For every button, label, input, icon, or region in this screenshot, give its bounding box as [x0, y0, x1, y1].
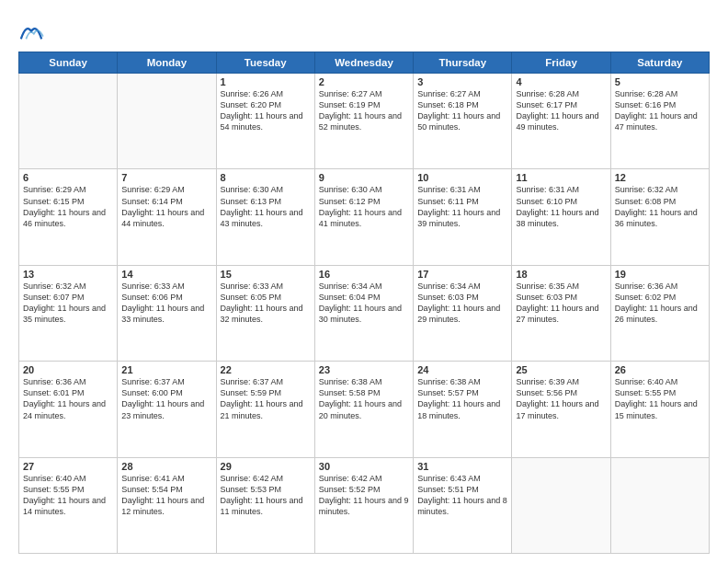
calendar-cell: 4Sunrise: 6:28 AMSunset: 6:17 PMDaylight… — [512, 74, 610, 169]
calendar-week-1: 1Sunrise: 6:26 AMSunset: 6:20 PMDaylight… — [19, 74, 710, 169]
calendar-cell: 16Sunrise: 6:34 AMSunset: 6:04 PMDayligh… — [314, 265, 413, 361]
calendar-cell: 14Sunrise: 6:33 AMSunset: 6:06 PMDayligh… — [118, 265, 216, 361]
day-number: 20 — [23, 364, 113, 375]
day-number: 28 — [121, 461, 211, 472]
cell-content: Sunrise: 6:34 AMSunset: 6:03 PMDaylight:… — [417, 281, 507, 326]
calendar-cell: 19Sunrise: 6:36 AMSunset: 6:02 PMDayligh… — [610, 265, 709, 361]
calendar-week-2: 6Sunrise: 6:29 AMSunset: 6:15 PMDaylight… — [19, 169, 710, 265]
cell-content: Sunrise: 6:42 AMSunset: 5:52 PMDaylight:… — [319, 473, 409, 518]
day-number: 29 — [221, 461, 311, 472]
header — [18, 15, 710, 44]
cell-content: Sunrise: 6:36 AMSunset: 6:01 PMDaylight:… — [23, 376, 113, 421]
cell-content: Sunrise: 6:40 AMSunset: 5:55 PMDaylight:… — [23, 473, 113, 518]
calendar-cell — [118, 74, 216, 169]
cell-content: Sunrise: 6:27 AMSunset: 6:18 PMDaylight:… — [417, 88, 507, 133]
calendar-cell: 12Sunrise: 6:32 AMSunset: 6:08 PMDayligh… — [610, 169, 709, 265]
day-header-monday: Monday — [118, 52, 216, 74]
cell-content: Sunrise: 6:38 AMSunset: 5:58 PMDaylight:… — [319, 376, 409, 421]
calendar-cell: 1Sunrise: 6:26 AMSunset: 6:20 PMDaylight… — [216, 74, 314, 169]
day-number: 3 — [417, 76, 507, 87]
calendar-cell: 29Sunrise: 6:42 AMSunset: 5:53 PMDayligh… — [216, 457, 314, 553]
cell-content: Sunrise: 6:37 AMSunset: 6:00 PMDaylight:… — [121, 376, 211, 421]
cell-content: Sunrise: 6:38 AMSunset: 5:57 PMDaylight:… — [417, 376, 507, 421]
day-number: 27 — [23, 461, 113, 472]
cell-content: Sunrise: 6:36 AMSunset: 6:02 PMDaylight:… — [615, 281, 705, 326]
cell-content: Sunrise: 6:28 AMSunset: 6:16 PMDaylight:… — [615, 88, 705, 133]
day-number: 22 — [221, 364, 311, 375]
cell-content: Sunrise: 6:30 AMSunset: 6:12 PMDaylight:… — [319, 184, 409, 229]
calendar-cell — [610, 457, 709, 553]
calendar-week-3: 13Sunrise: 6:32 AMSunset: 6:07 PMDayligh… — [19, 265, 710, 361]
cell-content: Sunrise: 6:39 AMSunset: 5:56 PMDaylight:… — [516, 376, 606, 421]
calendar-cell: 5Sunrise: 6:28 AMSunset: 6:16 PMDaylight… — [610, 74, 709, 169]
logo — [18, 18, 48, 44]
logo-icon — [18, 18, 44, 44]
cell-content: Sunrise: 6:31 AMSunset: 6:10 PMDaylight:… — [516, 184, 606, 229]
calendar-week-5: 27Sunrise: 6:40 AMSunset: 5:55 PMDayligh… — [19, 457, 710, 553]
calendar-cell — [19, 74, 118, 169]
day-number: 7 — [121, 172, 211, 183]
day-header-thursday: Thursday — [414, 52, 512, 74]
calendar-cell — [512, 457, 610, 553]
day-number: 23 — [319, 364, 409, 375]
day-number: 2 — [319, 76, 409, 87]
day-number: 15 — [221, 269, 311, 280]
day-number: 24 — [417, 364, 507, 375]
cell-content: Sunrise: 6:43 AMSunset: 5:51 PMDaylight:… — [417, 473, 507, 518]
cell-content: Sunrise: 6:29 AMSunset: 6:15 PMDaylight:… — [23, 184, 113, 229]
cell-content: Sunrise: 6:32 AMSunset: 6:08 PMDaylight:… — [615, 184, 705, 229]
calendar-cell: 3Sunrise: 6:27 AMSunset: 6:18 PMDaylight… — [414, 74, 512, 169]
calendar-cell: 28Sunrise: 6:41 AMSunset: 5:54 PMDayligh… — [118, 457, 216, 553]
calendar-cell: 8Sunrise: 6:30 AMSunset: 6:13 PMDaylight… — [216, 169, 314, 265]
calendar-cell: 17Sunrise: 6:34 AMSunset: 6:03 PMDayligh… — [414, 265, 512, 361]
calendar-cell: 30Sunrise: 6:42 AMSunset: 5:52 PMDayligh… — [314, 457, 413, 553]
calendar-cell: 21Sunrise: 6:37 AMSunset: 6:00 PMDayligh… — [118, 362, 216, 457]
calendar-cell: 24Sunrise: 6:38 AMSunset: 5:57 PMDayligh… — [414, 362, 512, 457]
calendar-cell: 15Sunrise: 6:33 AMSunset: 6:05 PMDayligh… — [216, 265, 314, 361]
day-number: 30 — [319, 461, 409, 472]
cell-content: Sunrise: 6:28 AMSunset: 6:17 PMDaylight:… — [516, 88, 606, 133]
cell-content: Sunrise: 6:41 AMSunset: 5:54 PMDaylight:… — [121, 473, 211, 518]
cell-content: Sunrise: 6:30 AMSunset: 6:13 PMDaylight:… — [221, 184, 311, 229]
cell-content: Sunrise: 6:35 AMSunset: 6:03 PMDaylight:… — [516, 281, 606, 326]
calendar-cell: 31Sunrise: 6:43 AMSunset: 5:51 PMDayligh… — [414, 457, 512, 553]
day-number: 1 — [221, 76, 311, 87]
day-header-saturday: Saturday — [610, 52, 709, 74]
day-number: 14 — [121, 269, 211, 280]
day-number: 18 — [516, 269, 606, 280]
calendar-cell: 6Sunrise: 6:29 AMSunset: 6:15 PMDaylight… — [19, 169, 118, 265]
day-header-friday: Friday — [512, 52, 610, 74]
day-number: 16 — [319, 269, 409, 280]
calendar-cell: 22Sunrise: 6:37 AMSunset: 5:59 PMDayligh… — [216, 362, 314, 457]
cell-content: Sunrise: 6:31 AMSunset: 6:11 PMDaylight:… — [417, 184, 507, 229]
calendar-cell: 9Sunrise: 6:30 AMSunset: 6:12 PMDaylight… — [314, 169, 413, 265]
day-number: 25 — [516, 364, 606, 375]
calendar-header-row: SundayMondayTuesdayWednesdayThursdayFrid… — [19, 52, 710, 74]
day-number: 19 — [615, 269, 705, 280]
calendar-cell: 2Sunrise: 6:27 AMSunset: 6:19 PMDaylight… — [314, 74, 413, 169]
calendar-week-4: 20Sunrise: 6:36 AMSunset: 6:01 PMDayligh… — [19, 362, 710, 457]
day-number: 5 — [615, 76, 705, 87]
day-number: 10 — [417, 172, 507, 183]
calendar-cell: 11Sunrise: 6:31 AMSunset: 6:10 PMDayligh… — [512, 169, 610, 265]
cell-content: Sunrise: 6:32 AMSunset: 6:07 PMDaylight:… — [23, 281, 113, 326]
day-number: 21 — [121, 364, 211, 375]
day-number: 6 — [23, 172, 113, 183]
calendar-cell: 18Sunrise: 6:35 AMSunset: 6:03 PMDayligh… — [512, 265, 610, 361]
day-number: 17 — [417, 269, 507, 280]
cell-content: Sunrise: 6:29 AMSunset: 6:14 PMDaylight:… — [121, 184, 211, 229]
cell-content: Sunrise: 6:33 AMSunset: 6:05 PMDaylight:… — [221, 281, 311, 326]
day-header-sunday: Sunday — [19, 52, 118, 74]
calendar-cell: 20Sunrise: 6:36 AMSunset: 6:01 PMDayligh… — [19, 362, 118, 457]
cell-content: Sunrise: 6:27 AMSunset: 6:19 PMDaylight:… — [319, 88, 409, 133]
day-number: 13 — [23, 269, 113, 280]
page: SundayMondayTuesdayWednesdayThursdayFrid… — [0, 0, 728, 563]
calendar-cell: 23Sunrise: 6:38 AMSunset: 5:58 PMDayligh… — [314, 362, 413, 457]
cell-content: Sunrise: 6:40 AMSunset: 5:55 PMDaylight:… — [615, 376, 705, 421]
calendar-cell: 10Sunrise: 6:31 AMSunset: 6:11 PMDayligh… — [414, 169, 512, 265]
day-header-wednesday: Wednesday — [314, 52, 413, 74]
day-number: 9 — [319, 172, 409, 183]
calendar-cell: 7Sunrise: 6:29 AMSunset: 6:14 PMDaylight… — [118, 169, 216, 265]
calendar-cell: 26Sunrise: 6:40 AMSunset: 5:55 PMDayligh… — [610, 362, 709, 457]
day-number: 8 — [221, 172, 311, 183]
